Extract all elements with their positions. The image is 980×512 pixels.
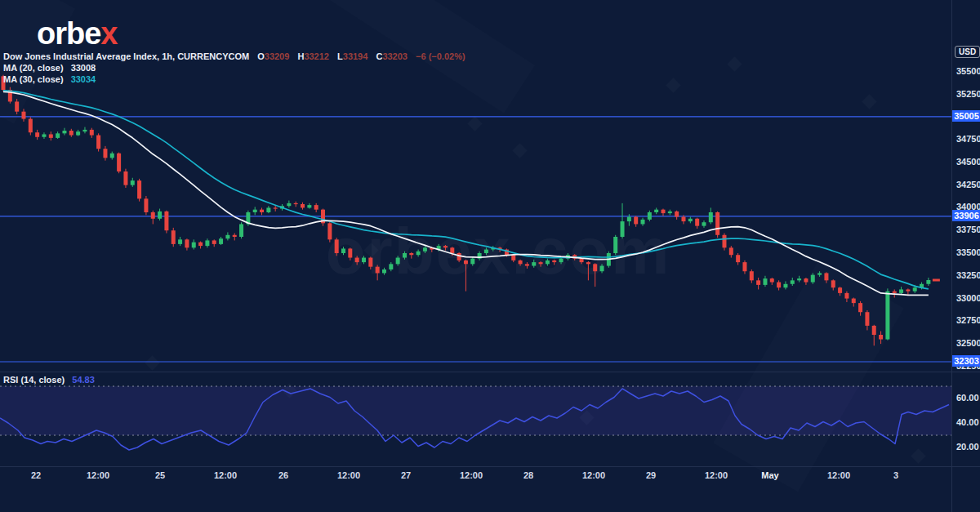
symbol-legend[interactable]: Dow Jones Industrial Average Index, 1h, … [3, 51, 466, 61]
rsi-tick: 60.00 [956, 393, 979, 403]
highlighted-price-label: 32303 [952, 355, 980, 367]
time-tick: 12:00 [203, 470, 248, 480]
time-tick: 12:00 [571, 470, 617, 480]
price-axis[interactable]: USD 355003525034750345003425034000337503… [951, 0, 980, 512]
time-tick: 28 [506, 470, 551, 480]
price-tick: 34250 [956, 180, 980, 189]
ma20-legend[interactable]: MA (20, close) 33008 [3, 63, 96, 73]
price-tick: 35250 [956, 89, 980, 99]
price-tick: 34750 [956, 134, 980, 144]
price-tick: 33000 [956, 293, 980, 303]
time-tick: 12:00 [326, 470, 372, 480]
ma30-legend[interactable]: MA (30, close) 33034 [3, 74, 96, 84]
chart-window: orbex.com USD 35500352503475034500342503… [0, 0, 980, 512]
symbol-title: Dow Jones Industrial Average Index, 1h, … [3, 51, 249, 61]
open-label: O [257, 51, 265, 61]
orbex-logo: orbex [37, 18, 118, 49]
price-tick: 33500 [956, 247, 980, 257]
highlighted-price-label: 35005 [952, 110, 980, 122]
currency-button[interactable]: USD [955, 46, 980, 58]
ma30-value: 33034 [71, 74, 96, 84]
pane-separator[interactable] [0, 372, 980, 372]
time-tick: 12:00 [693, 470, 739, 480]
time-tick: 25 [137, 470, 183, 480]
price-tick: 32500 [956, 338, 980, 348]
rsi-pane-canvas[interactable] [0, 372, 951, 466]
last-price-marker [933, 279, 940, 282]
rsi-tick: 20.00 [956, 442, 979, 452]
low-label: L [337, 51, 343, 61]
change-value: −6 (−0.02%) [416, 51, 466, 61]
time-tick: 22 [13, 470, 59, 480]
time-tick: 26 [261, 470, 306, 480]
rsi-value: 54.83 [72, 375, 95, 385]
high-value: 33212 [304, 51, 329, 61]
time-tick: 27 [383, 470, 429, 480]
ma20-value: 33008 [71, 63, 96, 73]
price-tick: 34500 [956, 157, 980, 167]
close-value: 33203 [382, 51, 408, 61]
time-tick: 3 [873, 470, 919, 480]
time-axis-separator [0, 466, 980, 467]
rsi-tick: 40.00 [956, 417, 979, 427]
highlighted-price-label: 33906 [952, 210, 980, 221]
time-tick: 12:00 [75, 470, 121, 480]
price-tick: 32750 [956, 315, 980, 325]
open-value: 33209 [265, 51, 290, 61]
ma30-label: MA (30, close) [3, 74, 64, 84]
time-tick: 29 [628, 470, 674, 480]
rsi-legend[interactable]: RSI (14, close) 54.83 [3, 375, 95, 385]
logo-text: orbe [37, 16, 100, 51]
time-tick: 12:00 [816, 470, 862, 480]
price-tick: 33250 [956, 270, 980, 280]
price-tick: 35500 [956, 66, 980, 76]
ma20-label: MA (20, close) [3, 63, 64, 73]
low-value: 33194 [343, 51, 368, 61]
price-tick: 33750 [956, 225, 980, 234]
logo-x: x [100, 16, 117, 51]
rsi-label: RSI (14, close) [3, 375, 65, 385]
time-tick: 12:00 [448, 470, 494, 480]
time-tick: May [747, 470, 793, 480]
